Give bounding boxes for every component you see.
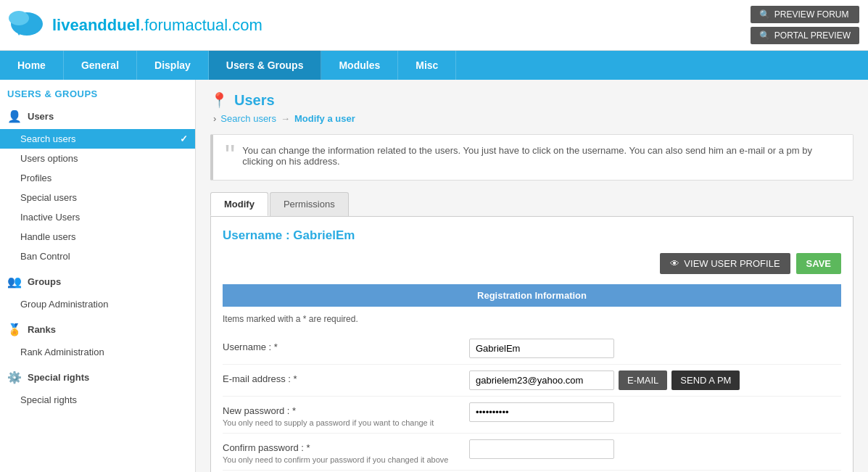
required-note: Items marked with a * are required. (223, 314, 841, 324)
sidebar-group-users-header: 👤 Users (0, 104, 195, 129)
search-icon-2: 🔍 (759, 30, 770, 41)
logo-text: liveandduel.forumactual.com (52, 16, 263, 35)
sidebar-section-title: USERS & GROUPS (0, 80, 195, 104)
main-nav: Home General Display Users & Groups Modu… (0, 51, 868, 80)
breadcrumb-arrow: → (281, 113, 290, 124)
page-title: 📍 Users (210, 91, 853, 109)
sidebar-item-inactive-users[interactable]: Inactive Users (0, 207, 195, 227)
sidebar-item-ban-control[interactable]: Ban Control (0, 247, 195, 266)
sidebar-group-groups: 👥 Groups Group Administration (0, 269, 195, 314)
nav-users-groups[interactable]: Users & Groups (209, 51, 322, 80)
password-input[interactable] (469, 402, 614, 422)
nav-display[interactable]: Display (137, 51, 209, 80)
view-user-profile-button[interactable]: 👁 VIEW USER PROFILE (660, 253, 790, 274)
eye-icon: 👁 (670, 258, 679, 269)
tab-modify[interactable]: Modify (210, 192, 268, 216)
email-field-group: E-MAIL SEND A PM (469, 370, 740, 390)
sidebar-item-special-rights[interactable]: Special rights (0, 390, 195, 410)
active-check-icon: ✓ (180, 133, 188, 144)
send-pm-button[interactable]: SEND A PM (671, 370, 740, 390)
sidebar-group-groups-header: 👥 Groups (0, 269, 195, 294)
search-icon: 🔍 (759, 9, 770, 20)
special-rights-icon: ⚙️ (7, 370, 22, 384)
sidebar-group-special-rights: ⚙️ Special rights Special rights (0, 365, 195, 410)
sidebar-item-special-users[interactable]: Special users (0, 188, 195, 207)
sidebar-group-ranks-header: 🏅 Ranks (0, 317, 195, 342)
ranks-icon: 🏅 (7, 323, 22, 336)
header: liveandduel.forumactual.com 🔍 PREVIEW FO… (0, 0, 868, 51)
form-row-email: E-mail address : * E-MAIL SEND A PM (223, 365, 841, 397)
reg-info-header: Registration Information (223, 284, 841, 307)
email-input[interactable] (469, 370, 614, 390)
sidebar-group-users: 👤 Users Search users ✓ Users options Pro… (0, 104, 195, 266)
username-title: Username : GabrielEm (223, 228, 841, 243)
info-box: " You can change the information related… (210, 134, 853, 181)
info-text: You can change the information related t… (242, 145, 841, 167)
sidebar-group-ranks: 🏅 Ranks Rank Administration (0, 317, 195, 362)
nav-modules[interactable]: Modules (321, 51, 398, 80)
sidebar-item-group-administration[interactable]: Group Administration (0, 294, 195, 314)
sidebar: USERS & GROUPS 👤 Users Search users ✓ Us… (0, 80, 196, 472)
sidebar-item-search-users[interactable]: Search users ✓ (0, 129, 195, 149)
sidebar-item-handle-users[interactable]: Handle users (0, 227, 195, 247)
logo: liveandduel.forumactual.com (9, 11, 263, 40)
breadcrumb-current: Modify a user (294, 113, 355, 124)
tab-permissions[interactable]: Permissions (270, 192, 349, 216)
email-button[interactable]: E-MAIL (619, 370, 667, 390)
password-label: New password : * You only need to supply… (223, 402, 469, 427)
sidebar-item-users-options[interactable]: Users options (0, 149, 195, 168)
preview-forum-button[interactable]: 🔍 PREVIEW FORUM (751, 6, 859, 23)
nav-home[interactable]: Home (0, 51, 64, 80)
content-panel: Username : GabrielEm 👁 VIEW USER PROFILE… (210, 216, 853, 472)
action-buttons: 👁 VIEW USER PROFILE SAVE (223, 253, 841, 274)
logo-icon (9, 11, 45, 40)
nav-misc[interactable]: Misc (398, 51, 456, 80)
header-buttons: 🔍 PREVIEW FORUM 🔍 PORTAL PREVIEW (751, 6, 859, 44)
breadcrumb: › Search users → Modify a user (210, 113, 853, 124)
email-label: E-mail address : * (223, 370, 469, 384)
save-button[interactable]: SAVE (796, 253, 841, 274)
quote-icon: " (225, 141, 235, 170)
svg-point-1 (9, 11, 29, 25)
breadcrumb-search-link[interactable]: Search users (220, 113, 276, 124)
confirm-label: Confirm password : * You only need to co… (223, 439, 469, 464)
form-row-username: Username : * (223, 333, 841, 365)
sidebar-group-special-rights-header: ⚙️ Special rights (0, 365, 195, 390)
pin-icon: 📍 (210, 91, 228, 109)
portal-preview-button[interactable]: 🔍 PORTAL PREVIEW (751, 27, 859, 44)
form-row-confirm-password: Confirm password : * You only need to co… (223, 434, 841, 471)
main-content: 📍 Users › Search users → Modify a user "… (196, 80, 868, 472)
users-icon: 👤 (7, 109, 22, 123)
sidebar-item-profiles[interactable]: Profiles (0, 168, 195, 188)
tabs: Modify Permissions (210, 192, 853, 216)
layout: USERS & GROUPS 👤 Users Search users ✓ Us… (0, 80, 868, 472)
breadcrumb-arrow-start: › (213, 113, 216, 124)
groups-icon: 👥 (7, 275, 22, 289)
username-label: Username : * (223, 339, 469, 352)
nav-general[interactable]: General (64, 51, 137, 80)
form-row-password: New password : * You only need to supply… (223, 397, 841, 434)
username-input[interactable] (469, 339, 614, 358)
sidebar-item-rank-administration[interactable]: Rank Administration (0, 342, 195, 362)
confirm-password-input[interactable] (469, 439, 614, 459)
